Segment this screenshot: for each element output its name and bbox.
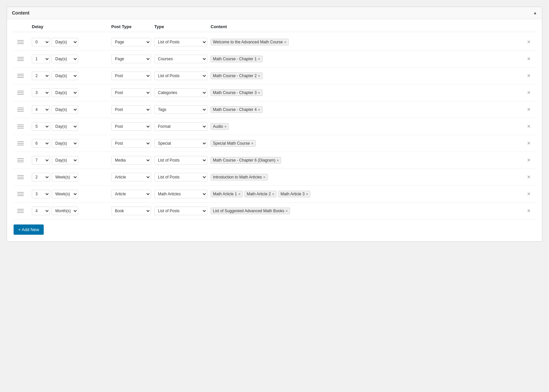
- remove-row-button[interactable]: ×: [524, 157, 534, 163]
- tag-remove-button[interactable]: ×: [258, 91, 260, 95]
- delay-unit-select[interactable]: Day(s)Week(s)Month(s): [52, 55, 78, 63]
- drag-handle[interactable]: [15, 56, 28, 62]
- content-tag: Math Course - Chapter 2×: [211, 73, 263, 79]
- tag-label: Math Article 1: [213, 192, 237, 196]
- delay-group: 012345678910Day(s)Week(s)Month(s): [32, 139, 108, 148]
- col-header-type: Type: [154, 24, 207, 29]
- post-type-select[interactable]: PagePostMediaArticleBook: [111, 55, 151, 63]
- content-cell: Math Course - Chapter 6 (Diagram)×: [211, 155, 521, 165]
- tag-remove-button[interactable]: ×: [263, 175, 265, 179]
- drag-handle[interactable]: [15, 89, 28, 96]
- delay-number-select[interactable]: 012345678910: [32, 105, 50, 114]
- type-select[interactable]: List of PostsCoursesCategoriesTagsFormat…: [154, 88, 207, 97]
- delay-number-select[interactable]: 012345678910: [32, 55, 50, 63]
- type-select[interactable]: List of PostsCoursesCategoriesTagsFormat…: [154, 72, 207, 80]
- tag-label: Welcome to the Advanced Math Course: [213, 40, 283, 44]
- tag-remove-button[interactable]: ×: [238, 192, 240, 196]
- type-select[interactable]: List of PostsCoursesCategoriesTagsFormat…: [154, 139, 207, 148]
- content-cell: Math Course - Chapter 4×: [211, 105, 521, 115]
- content-tag: Math Article 1×: [211, 191, 243, 197]
- delay-number-select[interactable]: 012345678910: [32, 72, 50, 80]
- delay-group: 012345678910Day(s)Week(s)Month(s): [32, 55, 108, 63]
- content-tag: Welcome to the Advanced Math Course×: [211, 39, 289, 45]
- delay-number-select[interactable]: 012345678910: [32, 38, 50, 46]
- remove-row-button[interactable]: ×: [524, 191, 534, 197]
- post-type-select[interactable]: PagePostMediaArticleBook: [111, 122, 151, 131]
- type-select[interactable]: List of PostsCoursesCategoriesTagsFormat…: [154, 122, 207, 131]
- remove-row-button[interactable]: ×: [524, 90, 534, 96]
- table-row: 012345678910Day(s)Week(s)Month(s)PagePos…: [14, 84, 535, 101]
- add-new-button[interactable]: + Add New: [14, 224, 44, 235]
- rows-container: 012345678910Day(s)Week(s)Month(s)PagePos…: [14, 34, 535, 220]
- delay-unit-select[interactable]: Day(s)Week(s)Month(s): [52, 207, 78, 215]
- drag-handle[interactable]: [15, 157, 28, 164]
- post-type-select[interactable]: PagePostMediaArticleBook: [111, 173, 151, 181]
- tag-remove-button[interactable]: ×: [284, 40, 286, 44]
- remove-row-button[interactable]: ×: [524, 140, 534, 146]
- remove-row-button[interactable]: ×: [524, 56, 534, 62]
- tag-remove-button[interactable]: ×: [225, 124, 226, 128]
- table-row: 012345678910Day(s)Week(s)Month(s)PagePos…: [14, 135, 535, 152]
- type-select[interactable]: List of PostsCoursesCategoriesTagsFormat…: [154, 105, 207, 114]
- type-select[interactable]: List of PostsCoursesCategoriesTagsFormat…: [154, 156, 207, 165]
- drag-handle[interactable]: [15, 106, 28, 113]
- drag-handle[interactable]: [15, 191, 28, 197]
- delay-group: 012345678910Day(s)Week(s)Month(s): [32, 122, 108, 131]
- tag-remove-button[interactable]: ×: [306, 192, 308, 196]
- delay-unit-select[interactable]: Day(s)Week(s)Month(s): [52, 38, 78, 46]
- type-select[interactable]: List of PostsCoursesCategoriesTagsFormat…: [154, 55, 207, 63]
- drag-handle[interactable]: [15, 174, 28, 180]
- delay-number-select[interactable]: 012345678910: [32, 122, 50, 131]
- post-type-select[interactable]: PagePostMediaArticleBook: [111, 190, 151, 198]
- table-row: 012345678910Day(s)Week(s)Month(s)PagePos…: [14, 186, 535, 203]
- type-select[interactable]: List of PostsCoursesCategoriesTagsFormat…: [154, 207, 207, 215]
- delay-group: 012345678910Day(s)Week(s)Month(s): [32, 156, 108, 165]
- drag-handle[interactable]: [15, 140, 28, 147]
- post-type-select[interactable]: PagePostMediaArticleBook: [111, 88, 151, 97]
- delay-unit-select[interactable]: Day(s)Week(s)Month(s): [52, 139, 78, 148]
- delay-number-select[interactable]: 012345678910: [32, 156, 50, 165]
- delay-unit-select[interactable]: Day(s)Week(s)Month(s): [52, 156, 78, 165]
- post-type-select[interactable]: PagePostMediaArticleBook: [111, 38, 151, 46]
- delay-group: 012345678910Day(s)Week(s)Month(s): [32, 72, 108, 80]
- tag-remove-button[interactable]: ×: [258, 74, 260, 78]
- tag-remove-button[interactable]: ×: [258, 57, 260, 61]
- panel-toggle-icon[interactable]: ▲: [533, 11, 537, 15]
- delay-number-select[interactable]: 012345678910: [32, 190, 50, 198]
- post-type-select[interactable]: PagePostMediaArticleBook: [111, 139, 151, 148]
- delay-unit-select[interactable]: Day(s)Week(s)Month(s): [52, 88, 78, 97]
- delay-unit-select[interactable]: Day(s)Week(s)Month(s): [52, 122, 78, 131]
- remove-row-button[interactable]: ×: [524, 39, 534, 45]
- post-type-select[interactable]: PagePostMediaArticleBook: [111, 156, 151, 165]
- delay-number-select[interactable]: 012345678910: [32, 173, 50, 181]
- tag-remove-button[interactable]: ×: [251, 141, 253, 145]
- type-select[interactable]: List of PostsCoursesCategoriesTagsFormat…: [154, 173, 207, 181]
- delay-number-select[interactable]: 012345678910: [32, 207, 50, 215]
- delay-number-select[interactable]: 012345678910: [32, 139, 50, 148]
- remove-row-button[interactable]: ×: [524, 174, 534, 180]
- post-type-select[interactable]: PagePostMediaArticleBook: [111, 72, 151, 80]
- tag-remove-button[interactable]: ×: [272, 192, 274, 196]
- remove-row-button[interactable]: ×: [524, 123, 534, 129]
- post-type-select[interactable]: PagePostMediaArticleBook: [111, 207, 151, 215]
- type-select[interactable]: List of PostsCoursesCategoriesTagsFormat…: [154, 190, 207, 198]
- tag-remove-button[interactable]: ×: [285, 209, 287, 213]
- remove-row-button[interactable]: ×: [524, 73, 534, 79]
- tag-remove-button[interactable]: ×: [277, 158, 279, 162]
- drag-handle[interactable]: [15, 73, 28, 79]
- type-select[interactable]: List of PostsCoursesCategoriesTagsFormat…: [154, 38, 207, 46]
- delay-unit-select[interactable]: Day(s)Week(s)Month(s): [52, 173, 78, 181]
- content-tag: Math Course - Chapter 4×: [211, 106, 263, 113]
- drag-handle[interactable]: [15, 39, 28, 45]
- delay-number-select[interactable]: 012345678910: [32, 88, 50, 97]
- delay-unit-select[interactable]: Day(s)Week(s)Month(s): [52, 72, 78, 80]
- drag-handle[interactable]: [15, 123, 28, 130]
- remove-row-button[interactable]: ×: [524, 107, 534, 113]
- col-header-delay: Delay: [32, 24, 108, 29]
- delay-unit-select[interactable]: Day(s)Week(s)Month(s): [52, 190, 78, 198]
- delay-unit-select[interactable]: Day(s)Week(s)Month(s): [52, 105, 78, 114]
- tag-remove-button[interactable]: ×: [258, 108, 260, 112]
- remove-row-button[interactable]: ×: [524, 208, 534, 214]
- post-type-select[interactable]: PagePostMediaArticleBook: [111, 105, 151, 114]
- drag-handle[interactable]: [15, 208, 28, 214]
